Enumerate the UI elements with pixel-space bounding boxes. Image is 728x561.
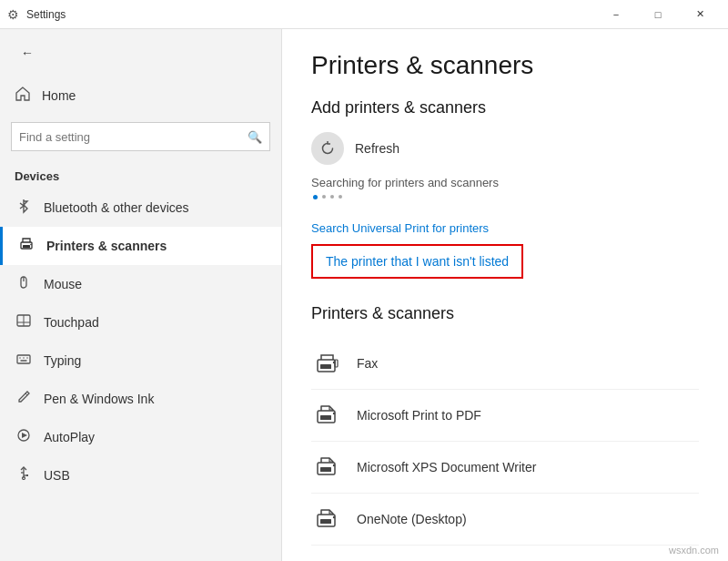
sidebar-item-autoplay-label: AutoPlay (44, 430, 95, 444)
back-arrow-icon: ← (21, 46, 34, 60)
sidebar-item-bluetooth-label: Bluetooth & other devices (44, 200, 189, 215)
refresh-icon (319, 140, 336, 157)
sidebar-item-mouse-label: Mouse (44, 277, 82, 291)
svg-rect-23 (335, 360, 338, 367)
svg-point-29 (333, 464, 335, 466)
sidebar-item-printers-label: Printers & scanners (46, 239, 167, 253)
svg-rect-21 (320, 364, 331, 369)
sidebar-item-pen[interactable]: Pen & Windows Ink (0, 380, 281, 418)
pen-icon (15, 389, 33, 409)
printers-section-header: Printers & scanners (311, 304, 699, 323)
add-printers-section: Add printers & scanners Refresh Searchin… (311, 98, 699, 199)
touchpad-icon (15, 312, 33, 332)
content-area: Printers & scanners Add printers & scann… (282, 29, 728, 561)
autoplay-icon (15, 427, 33, 447)
sidebar-item-typing-label: Typing (44, 353, 81, 368)
svg-rect-25 (320, 415, 331, 420)
sidebar-item-typing[interactable]: Typing (0, 342, 281, 380)
search-box[interactable]: 🔍 (11, 122, 270, 151)
add-section-header: Add printers & scanners (311, 98, 699, 117)
printer-onenote-label: OneNote (Desktop) (357, 512, 467, 526)
svg-point-26 (333, 413, 335, 414)
back-button[interactable]: ← (15, 40, 40, 66)
printer-item-onenote[interactable]: OneNote (Desktop) (311, 494, 699, 546)
sidebar-item-touchpad[interactable]: Touchpad (0, 303, 281, 342)
dot-4 (339, 195, 342, 199)
svg-rect-28 (320, 467, 331, 472)
sidebar-nav-top: ← (0, 29, 281, 76)
sidebar-item-home[interactable]: Home (0, 76, 281, 115)
svg-marker-14 (22, 433, 27, 438)
dot-3 (330, 195, 334, 199)
search-icon: 🔍 (248, 130, 262, 144)
sidebar: ← Home 🔍 Devices Bluetooth (0, 29, 282, 561)
searching-text: Searching for printers and scanners (311, 176, 699, 189)
titlebar-controls: − □ ✕ (595, 0, 721, 29)
svg-point-2 (30, 244, 32, 246)
search-input[interactable] (19, 130, 248, 144)
refresh-item: Refresh (311, 132, 699, 165)
refresh-label: Refresh (355, 141, 399, 156)
svg-rect-31 (320, 519, 331, 524)
printer-pdf-label: Microsoft Print to PDF (357, 408, 481, 423)
typing-icon (15, 351, 33, 371)
home-icon (15, 86, 31, 106)
dot-2 (322, 195, 326, 199)
maximize-button[interactable]: □ (637, 0, 679, 29)
sidebar-item-usb-label: USB (44, 468, 70, 483)
printers-section: Printers & scanners Fax (311, 304, 699, 546)
printer-item-pdf[interactable]: Microsoft Print to PDF (311, 390, 699, 442)
fax-icon (311, 347, 344, 380)
printer-xps-label: Microsoft XPS Document Writer (357, 460, 536, 474)
titlebar-title: Settings (26, 8, 595, 21)
sidebar-item-autoplay[interactable]: AutoPlay (0, 418, 281, 456)
svg-rect-8 (17, 355, 30, 363)
onenote-icon (311, 503, 344, 536)
universal-print-link[interactable]: Search Universal Print for printers (311, 221, 699, 235)
sidebar-section-label: Devices (0, 158, 281, 189)
sidebar-item-bluetooth[interactable]: Bluetooth & other devices (0, 189, 281, 227)
printer-fax-label: Fax (357, 356, 378, 371)
usb-icon (15, 465, 33, 485)
pdf-icon (311, 399, 344, 432)
sidebar-item-mouse[interactable]: Mouse (0, 265, 281, 303)
sidebar-item-usb[interactable]: USB (0, 456, 281, 495)
settings-icon: ⚙ (7, 7, 19, 22)
bluetooth-icon (15, 198, 33, 218)
sidebar-item-touchpad-label: Touchpad (44, 315, 99, 330)
home-label: Home (42, 88, 76, 103)
dot-1 (313, 195, 318, 199)
svg-rect-1 (23, 245, 30, 248)
printer-not-listed-box[interactable]: The printer that I want isn't listed (311, 244, 523, 279)
printer-not-listed-text: The printer that I want isn't listed (326, 254, 509, 269)
printer-item-fax[interactable]: Fax (311, 338, 699, 390)
refresh-button[interactable] (311, 132, 344, 165)
sidebar-item-pen-label: Pen & Windows Ink (44, 392, 154, 406)
watermark: wsxdn.com (669, 545, 719, 556)
xps-icon (311, 451, 344, 484)
minimize-button[interactable]: − (595, 0, 637, 29)
titlebar: ⚙ Settings − □ ✕ (0, 0, 728, 29)
main-container: ← Home 🔍 Devices Bluetooth (0, 29, 728, 561)
printer-icon (17, 236, 35, 256)
svg-rect-18 (26, 474, 28, 476)
page-title: Printers & scanners (311, 51, 699, 80)
searching-dots (313, 195, 699, 199)
close-button[interactable]: ✕ (679, 0, 721, 29)
printer-item-xps[interactable]: Microsoft XPS Document Writer (311, 442, 699, 494)
sidebar-item-printers[interactable]: Printers & scanners (0, 227, 281, 265)
svg-point-32 (333, 516, 335, 518)
mouse-icon (15, 274, 33, 294)
